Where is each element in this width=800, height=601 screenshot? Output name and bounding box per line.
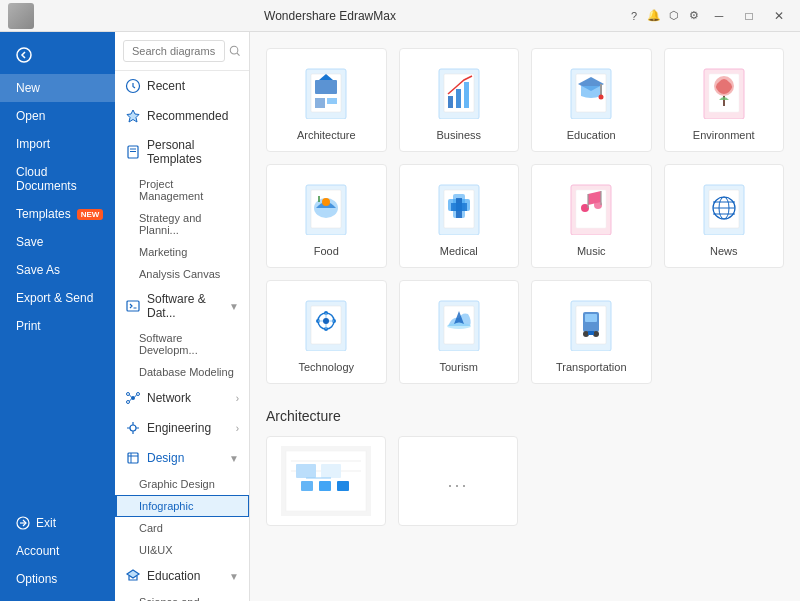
- svg-rect-82: [588, 331, 594, 335]
- svg-marker-6: [127, 110, 139, 122]
- nav-software-dev[interactable]: Software Developm...: [115, 327, 249, 361]
- template-business[interactable]: Business: [399, 48, 520, 152]
- svg-point-3: [230, 46, 238, 54]
- arch-preview-1[interactable]: [266, 436, 386, 526]
- nav-marketing[interactable]: Marketing: [115, 241, 249, 263]
- titlebar-left: [8, 3, 34, 29]
- search-icon: [229, 44, 241, 58]
- settings-icon[interactable]: ⚙: [686, 8, 702, 24]
- nav-uiux[interactable]: UI&UX: [115, 539, 249, 561]
- sidebar-item-print[interactable]: Print: [0, 312, 115, 340]
- svg-rect-10: [127, 301, 139, 311]
- svg-point-42: [322, 198, 330, 206]
- share-icon[interactable]: ⬡: [666, 8, 682, 24]
- sidebar-item-label: New: [16, 81, 40, 95]
- user-avatar: [8, 3, 34, 29]
- design-icon: [125, 450, 141, 466]
- svg-line-16: [135, 395, 137, 397]
- nav-graphic-design[interactable]: Graphic Design: [115, 473, 249, 495]
- nav-education[interactable]: Education ▼: [115, 561, 249, 591]
- nav-strategy[interactable]: Strategy and Planni...: [115, 207, 249, 241]
- nav-infographic[interactable]: Infographic: [115, 495, 249, 517]
- svg-point-35: [599, 94, 604, 99]
- environment-icon: [694, 61, 754, 121]
- business-label: Business: [436, 129, 481, 141]
- food-label: Food: [314, 245, 339, 257]
- help-icon[interactable]: ?: [626, 8, 642, 24]
- software-icon: [125, 298, 141, 314]
- template-technology[interactable]: Technology: [266, 280, 387, 384]
- sidebar-options-label: Options: [16, 572, 57, 586]
- arch-preview-dots[interactable]: ...: [398, 436, 518, 526]
- nav-design[interactable]: Design ▼: [115, 443, 249, 473]
- education-card-label: Education: [567, 129, 616, 141]
- architecture-preview-grid: ...: [266, 436, 784, 526]
- sidebar-item-options[interactable]: Options: [0, 565, 115, 593]
- education-icon: [125, 568, 141, 584]
- nav-analysis[interactable]: Analysis Canvas: [115, 263, 249, 285]
- sidebar-exit-label: Exit: [36, 516, 56, 530]
- nav-software-label: Software & Dat...: [147, 292, 223, 320]
- nav-science[interactable]: Science and Educati...: [115, 591, 249, 601]
- sidebar-item-open[interactable]: Open: [0, 102, 115, 130]
- music-label: Music: [577, 245, 606, 257]
- template-transportation[interactable]: Transportation: [531, 280, 652, 384]
- nav-network[interactable]: Network ›: [115, 383, 249, 413]
- search-input[interactable]: [123, 40, 225, 62]
- sidebar-item-save[interactable]: Save: [0, 228, 115, 256]
- sidebar-item-label: Save As: [16, 263, 60, 277]
- sidebar-item-templates[interactable]: Templates NEW: [0, 200, 115, 228]
- svg-rect-90: [301, 481, 313, 491]
- recommended-icon: [125, 108, 141, 124]
- template-medical[interactable]: Medical: [399, 164, 520, 268]
- template-food[interactable]: Food: [266, 164, 387, 268]
- svg-rect-29: [448, 96, 453, 108]
- nav-recommended[interactable]: Recommended: [115, 101, 249, 131]
- maximize-button[interactable]: □: [736, 5, 762, 27]
- minimize-button[interactable]: ─: [706, 5, 732, 27]
- technology-icon: [296, 293, 356, 353]
- nav-design-label: Design: [147, 451, 184, 465]
- food-icon: [296, 177, 356, 237]
- sidebar-item-new[interactable]: New: [0, 74, 115, 102]
- template-tourism[interactable]: Tourism: [399, 280, 520, 384]
- bell-icon[interactable]: 🔔: [646, 8, 662, 24]
- medical-label: Medical: [440, 245, 478, 257]
- sidebar-item-import[interactable]: Import: [0, 130, 115, 158]
- nav-personal[interactable]: Personal Templates: [115, 131, 249, 173]
- design-chevron: ▼: [229, 453, 239, 464]
- sidebar-item-label: Save: [16, 235, 43, 249]
- sidebar-item-label: Templates: [16, 207, 71, 221]
- search-container: [115, 32, 249, 71]
- transportation-label: Transportation: [556, 361, 627, 373]
- svg-rect-31: [464, 82, 469, 108]
- nav-software[interactable]: Software & Dat... ▼: [115, 285, 249, 327]
- sidebar-item-export[interactable]: Export & Send: [0, 284, 115, 312]
- template-music[interactable]: Music: [531, 164, 652, 268]
- svg-point-0: [17, 48, 31, 62]
- template-news[interactable]: News: [664, 164, 785, 268]
- nav-project[interactable]: Project Management: [115, 173, 249, 207]
- nav-database[interactable]: Database Modeling: [115, 361, 249, 383]
- template-education[interactable]: Education: [531, 48, 652, 152]
- tourism-icon: [429, 293, 489, 353]
- nav-personal-label: Personal Templates: [147, 138, 239, 166]
- nav-recent[interactable]: Recent: [115, 71, 249, 101]
- sidebar-item-exit[interactable]: Exit: [0, 509, 115, 537]
- sidebar-item-saveas[interactable]: Save As: [0, 256, 115, 284]
- svg-rect-49: [451, 203, 467, 211]
- architecture-label: Architecture: [297, 129, 356, 141]
- nav-card[interactable]: Card: [115, 517, 249, 539]
- template-architecture[interactable]: Architecture: [266, 48, 387, 152]
- close-button[interactable]: ✕: [766, 5, 792, 27]
- sidebar-item-cloud[interactable]: Cloud Documents: [0, 158, 115, 200]
- back-button[interactable]: [0, 40, 115, 70]
- nav-education-label: Education: [147, 569, 200, 583]
- svg-point-72: [323, 318, 329, 324]
- sidebar-item-account[interactable]: Account: [0, 537, 115, 565]
- template-environment[interactable]: Environment: [664, 48, 785, 152]
- nav-engineering[interactable]: Engineering ›: [115, 413, 249, 443]
- titlebar: Wondershare EdrawMax ? 🔔 ⬡ ⚙ ─ □ ✕: [0, 0, 800, 32]
- new-badge: NEW: [77, 209, 104, 220]
- nav-recent-label: Recent: [147, 79, 185, 93]
